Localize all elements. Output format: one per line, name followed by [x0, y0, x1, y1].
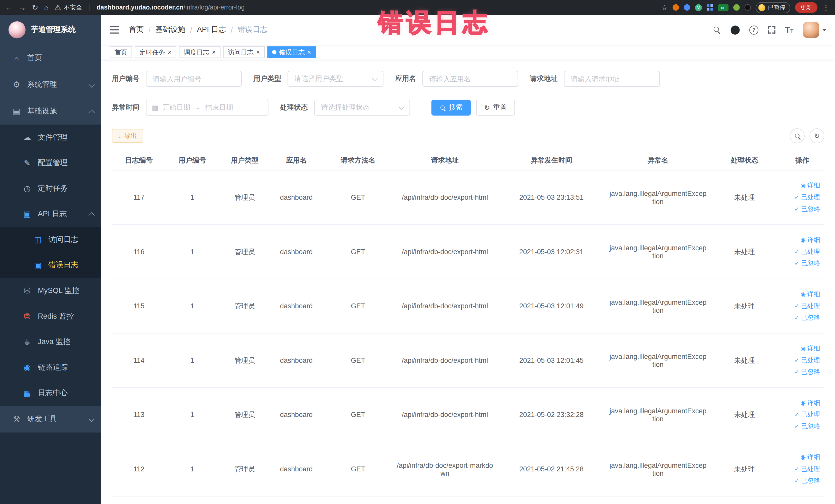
- reset-button[interactable]: 重置: [476, 100, 515, 116]
- sidebar-item-label: 基础设施: [27, 106, 57, 116]
- mark-ignored-link[interactable]: 已忽略: [794, 422, 820, 431]
- detail-link[interactable]: 详细: [801, 344, 820, 353]
- mark-ignored-link[interactable]: 已忽略: [794, 368, 820, 377]
- tab-schedule-log[interactable]: 调度日志: [179, 46, 221, 58]
- extension-proxy-on-icon[interactable]: on: [718, 4, 729, 11]
- sidebar-item-scheduled-jobs[interactable]: 定时任务: [0, 176, 101, 202]
- request-url-input[interactable]: [564, 71, 660, 87]
- sidebar-item-config-management[interactable]: 配置管理: [0, 150, 101, 176]
- extension-leaf-icon[interactable]: [733, 4, 740, 11]
- sidebar-item-home[interactable]: 首页: [0, 45, 101, 72]
- tab-close-icon[interactable]: [212, 49, 216, 56]
- tab-home[interactable]: 首页: [109, 46, 132, 58]
- sidebar-item-log-center[interactable]: 日志中心: [0, 380, 101, 406]
- tab-error-log[interactable]: 错误日志: [267, 46, 316, 58]
- mark-ignored-link[interactable]: 已忽略: [794, 313, 820, 322]
- mark-ignored-link[interactable]: 已忽略: [794, 259, 820, 268]
- sidebar-item-error-log[interactable]: 错误日志: [0, 253, 101, 278]
- tab-close-icon[interactable]: [307, 49, 311, 56]
- sidebar-item-label: 系统管理: [27, 80, 57, 89]
- question-icon[interactable]: [749, 25, 758, 35]
- breadcrumb-item-home[interactable]: 首页: [129, 25, 144, 35]
- sidebar-item-link-tracing[interactable]: 链路追踪: [0, 355, 101, 381]
- column-header: 异常发生时间: [496, 151, 607, 170]
- sidebar-item-access-log[interactable]: 访问日志: [0, 227, 101, 253]
- home-nav-icon[interactable]: [44, 4, 49, 11]
- user-id-input[interactable]: [146, 71, 242, 87]
- reload-icon[interactable]: [32, 4, 38, 11]
- user-type-cell: 管理员: [219, 170, 271, 224]
- sidebar-item-system-management[interactable]: 系统管理: [0, 72, 101, 98]
- sidebar-item-redis-monitor[interactable]: Redis 监控: [0, 304, 101, 329]
- avatar: [803, 22, 819, 38]
- font-size-icon[interactable]: T: [785, 26, 793, 34]
- sidebar: 芋道管理系统 首页 系统管理 基础设施 文件管理 配: [0, 15, 101, 504]
- forward-icon[interactable]: [19, 4, 26, 11]
- sidebar-item-dev-tools[interactable]: 研发工具: [0, 406, 101, 432]
- app-name-input[interactable]: [422, 71, 518, 87]
- kebab-menu-icon[interactable]: [822, 4, 830, 11]
- mark-processed-link[interactable]: 已处理: [794, 410, 820, 419]
- detail-link[interactable]: 详细: [801, 181, 820, 190]
- mark-processed-link[interactable]: 已处理: [794, 464, 820, 473]
- github-icon[interactable]: [731, 25, 740, 35]
- mark-processed-link[interactable]: 已处理: [794, 247, 820, 256]
- check-icon: [794, 423, 799, 429]
- export-button[interactable]: 导出: [112, 129, 143, 143]
- extension-vue-icon[interactable]: V: [695, 4, 702, 11]
- mark-processed-link[interactable]: 已处理: [794, 356, 820, 365]
- search-icon[interactable]: [713, 26, 721, 34]
- mark-processed-link[interactable]: 已处理: [794, 301, 820, 310]
- detail-link[interactable]: 详细: [801, 236, 820, 244]
- mark-ignored-link[interactable]: 已忽略: [794, 476, 820, 485]
- browser-update-button[interactable]: 更新: [795, 2, 817, 13]
- back-icon[interactable]: [5, 4, 13, 11]
- sidebar-logo[interactable]: 芋道管理系统: [0, 15, 101, 45]
- address-bar[interactable]: dashboard.yudao.iocoder.cn/infra/log/api…: [97, 4, 245, 11]
- app-name-cell: dashboard: [271, 442, 322, 496]
- search-button[interactable]: 搜索: [431, 100, 471, 116]
- smiley-face-icon: [758, 4, 765, 11]
- sidebar-item-label: 错误日志: [48, 261, 78, 270]
- mark-processed-link[interactable]: 已处理: [794, 193, 820, 202]
- table-toolbar-right: [790, 128, 824, 143]
- sidebar-item-java-monitor[interactable]: Java 监控: [0, 329, 101, 355]
- extension-drop-icon[interactable]: [684, 4, 690, 11]
- breadcrumb-item-api-logs[interactable]: API 日志: [197, 25, 226, 35]
- bookmark-star-icon[interactable]: [661, 4, 668, 11]
- detail-link[interactable]: 详细: [801, 452, 820, 462]
- mark-ignored-link[interactable]: 已忽略: [794, 205, 820, 214]
- view-icon: [801, 291, 806, 297]
- toggle-search-button[interactable]: [790, 128, 805, 143]
- breadcrumb-item-infrastructure[interactable]: 基础设施: [156, 25, 185, 35]
- sidebar-item-infrastructure[interactable]: 基础设施: [0, 98, 101, 125]
- exception-time-range-picker[interactable]: 开始日期 - 结束日期: [146, 100, 268, 116]
- process-status-select[interactable]: 请选择处理状态: [314, 100, 410, 116]
- sidebar-item-mysql-monitor[interactable]: MySQL 监控: [0, 278, 101, 304]
- tab-scheduled-jobs[interactable]: 定时任务: [135, 46, 176, 58]
- check-icon: [794, 261, 799, 266]
- paused-extension-badge[interactable]: 已暂停: [756, 2, 790, 13]
- tab-access-log[interactable]: 访问日志: [223, 46, 265, 58]
- tab-close-icon[interactable]: [168, 49, 172, 56]
- filter-row-2: 异常时间 开始日期 - 结束日期 处理状态 请选择处理状态: [112, 100, 824, 116]
- extension-grid-icon[interactable]: [707, 4, 713, 11]
- detail-link[interactable]: 详细: [801, 290, 820, 299]
- sidebar-item-file-management[interactable]: 文件管理: [0, 124, 101, 150]
- sidebar-item-api-logs[interactable]: API 日志: [0, 201, 101, 227]
- column-header: 请求地址: [394, 151, 496, 170]
- view-icon: [801, 183, 806, 189]
- job-icon: [21, 184, 33, 193]
- user-type-select[interactable]: 请选择用户类型: [287, 71, 383, 87]
- extension-tampermonkey-icon[interactable]: [745, 4, 751, 11]
- detail-link[interactable]: 详细: [801, 399, 820, 407]
- tab-label: 访问日志: [228, 48, 253, 57]
- hamburger-icon[interactable]: [109, 26, 119, 34]
- fullscreen-icon[interactable]: [768, 26, 775, 34]
- extension-orange-icon[interactable]: [673, 4, 679, 11]
- user-menu[interactable]: [803, 22, 827, 38]
- site-security-chip[interactable]: 不安全: [55, 3, 82, 11]
- tab-close-icon[interactable]: [256, 49, 260, 56]
- refresh-table-button[interactable]: [810, 128, 824, 143]
- filter-label: 处理状态: [280, 103, 308, 112]
